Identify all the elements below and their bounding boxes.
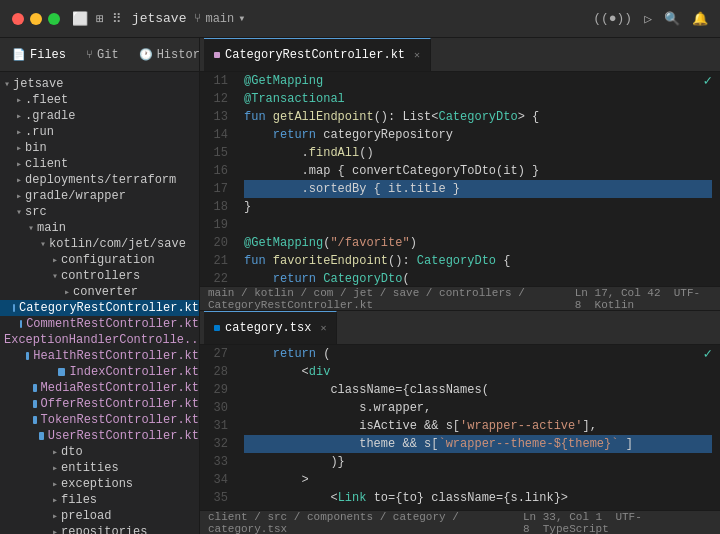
tree-item-configuration[interactable]: ▸ configuration: [0, 252, 199, 268]
editor-pane-1: CategoryRestController.kt ✕ 11 12 13 14 …: [200, 38, 720, 310]
code-content-2: return ( <div className={classNames( s.w…: [236, 345, 720, 510]
close-button[interactable]: [12, 13, 24, 25]
tree-item-bin[interactable]: ▸ bin: [0, 140, 199, 156]
tree-item-main[interactable]: ▾ main: [0, 220, 199, 236]
code-editor-2[interactable]: 27 28 29 30 31 32 33 34 35 36 37 return …: [200, 345, 720, 510]
code-line: s.wrapper,: [244, 399, 712, 417]
sidebar: 📄 Files ⑂ Git 🕐 History ▾ jetsave ▸: [0, 38, 200, 534]
tree-item-client[interactable]: ▸ client: [0, 156, 199, 172]
checkmark-1: ✓: [704, 72, 712, 90]
entities-label: entities: [61, 461, 119, 475]
tree-item-comment-controller[interactable]: CommentRestController.kt: [0, 316, 199, 332]
line-numbers-1: 11 12 13 14 15 16 17 18 19 20 21 22 23 2…: [200, 72, 236, 286]
code-line-selected-2: theme && s[`wrapper--theme-${theme}` ]: [244, 435, 712, 453]
code-line: isActive && s['wrapper--active'],: [244, 417, 712, 435]
tree-item-token-controller[interactable]: TokenRestController.kt: [0, 412, 199, 428]
tree-item-index-controller[interactable]: IndexController.kt: [0, 364, 199, 380]
files-label: files: [61, 493, 97, 507]
branch-dropdown-icon: ▾: [238, 11, 245, 26]
breadcrumb-text-2: client / src / components / category / c…: [208, 511, 519, 535]
tree-item-converter[interactable]: ▸ converter: [0, 284, 199, 300]
tree-root[interactable]: ▾ jetsave: [0, 76, 199, 92]
tree-item-user-controller[interactable]: UserRestController.kt: [0, 428, 199, 444]
breadcrumb-text-1: main / kotlin / com / jet / save / contr…: [208, 287, 571, 311]
tree-item-deployments[interactable]: ▸ deployments/terraform: [0, 172, 199, 188]
code-line: @GetMapping: [244, 72, 712, 90]
run-label: .run: [25, 125, 54, 139]
collapse-icon: ▸: [52, 462, 58, 474]
tab-category-tsx[interactable]: category.tsx ✕: [204, 311, 337, 344]
collapse-icon: ▸: [16, 158, 22, 170]
tree-item-run[interactable]: ▸ .run: [0, 124, 199, 140]
code-line: return CategoryDto(: [244, 270, 712, 286]
converter-label: converter: [73, 285, 138, 299]
search-icon[interactable]: 🔍: [664, 11, 680, 27]
files-icon: 📄: [12, 48, 26, 61]
collapse-icon: ▸: [16, 142, 22, 154]
tree-item-exception-controller[interactable]: ExceptionHandlerControlle...: [0, 332, 199, 348]
collapse-icon: ▸: [52, 446, 58, 458]
tab-close-tsx[interactable]: ✕: [320, 322, 326, 334]
main-layout: 📄 Files ⑂ Git 🕐 History ▾ jetsave ▸: [0, 38, 720, 534]
signal-icon: ((●)): [593, 11, 632, 26]
tree-item-fleet[interactable]: ▸ .fleet: [0, 92, 199, 108]
tree-item-offer-controller[interactable]: OfferRestController.kt: [0, 396, 199, 412]
layout-icon[interactable]: ⊞: [96, 11, 104, 27]
tree-item-src[interactable]: ▾ src: [0, 204, 199, 220]
code-line: [244, 216, 712, 234]
token-controller-label: TokenRestController.kt: [41, 413, 199, 427]
code-line-selected: .sortedBy { it.title }: [244, 180, 712, 198]
tree-item-exceptions[interactable]: ▸ exceptions: [0, 476, 199, 492]
kt-file-icon: [33, 384, 37, 392]
file-tree: ▾ jetsave ▸ .fleet ▸ .gradle ▸ .run: [0, 72, 199, 534]
tab-category-controller[interactable]: CategoryRestController.kt ✕: [204, 38, 431, 71]
tree-item-files[interactable]: ▸ files: [0, 492, 199, 508]
code-line: @GetMapping("/favorite"): [244, 234, 712, 252]
exceptions-label: exceptions: [61, 477, 133, 491]
fleet-label: .fleet: [25, 93, 68, 107]
expand-icon: ▾: [16, 206, 22, 218]
repositories-label: repositories: [61, 525, 147, 534]
kt-file-icon: [33, 416, 37, 424]
category-controller-label: CategoryRestController.kt: [19, 301, 199, 315]
bell-icon[interactable]: 🔔: [692, 11, 708, 27]
kotlin-label: kotlin/com/jet/save: [49, 237, 186, 251]
gradle-label: .gradle: [25, 109, 75, 123]
tree-item-repositories[interactable]: ▸ repositories: [0, 524, 199, 534]
sidebar-tab-history-label: History: [157, 48, 200, 62]
sidebar-toggle-icon[interactable]: ⬜: [72, 11, 88, 27]
kt-file-icon: [58, 368, 65, 376]
index-controller-label: IndexController.kt: [69, 365, 199, 379]
main-label: main: [37, 221, 66, 235]
maximize-button[interactable]: [48, 13, 60, 25]
tab-close-category[interactable]: ✕: [414, 49, 420, 61]
tree-item-gradle[interactable]: ▸ .gradle: [0, 108, 199, 124]
bin-label: bin: [25, 141, 47, 155]
tree-item-kotlin[interactable]: ▾ kotlin/com/jet/save: [0, 236, 199, 252]
tree-item-media-controller[interactable]: MediaRestController.kt: [0, 380, 199, 396]
tree-item-controllers[interactable]: ▾ controllers: [0, 268, 199, 284]
tree-item-category-controller[interactable]: CategoryRestController.kt: [0, 300, 199, 316]
sidebar-tab-git[interactable]: ⑂ Git: [82, 46, 123, 64]
code-line: return (: [244, 345, 712, 363]
expand-icon: ▾: [28, 222, 34, 234]
branch-selector[interactable]: ⑂ main ▾: [194, 11, 245, 26]
kt-file-icon: [26, 352, 29, 360]
sidebar-tab-files[interactable]: 📄 Files: [8, 46, 70, 64]
tree-item-entities[interactable]: ▸ entities: [0, 460, 199, 476]
tree-item-preload[interactable]: ▸ preload: [0, 508, 199, 524]
tree-item-gradle-wrapper[interactable]: ▸ gradle/wrapper: [0, 188, 199, 204]
code-line: <Link to={to} className={s.link}>: [244, 489, 712, 507]
grid-icon[interactable]: ⠿: [112, 11, 122, 27]
expand-icon: ▾: [40, 238, 46, 250]
tree-item-dto[interactable]: ▸ dto: [0, 444, 199, 460]
minimize-button[interactable]: [30, 13, 42, 25]
tab-label-category-tsx: category.tsx: [225, 321, 311, 335]
tab-label-category: CategoryRestController.kt: [225, 48, 405, 62]
sidebar-tab-history[interactable]: 🕐 History: [135, 46, 200, 64]
editor-tabs-1: CategoryRestController.kt ✕: [200, 38, 720, 72]
title-bar: ⬜ ⊞ ⠿ jetsave ⑂ main ▾ ((●)) ▷ 🔍 🔔: [0, 0, 720, 38]
code-editor-1[interactable]: 11 12 13 14 15 16 17 18 19 20 21 22 23 2…: [200, 72, 720, 286]
run-icon[interactable]: ▷: [644, 11, 652, 27]
tree-item-health-controller[interactable]: HealthRestController.kt: [0, 348, 199, 364]
